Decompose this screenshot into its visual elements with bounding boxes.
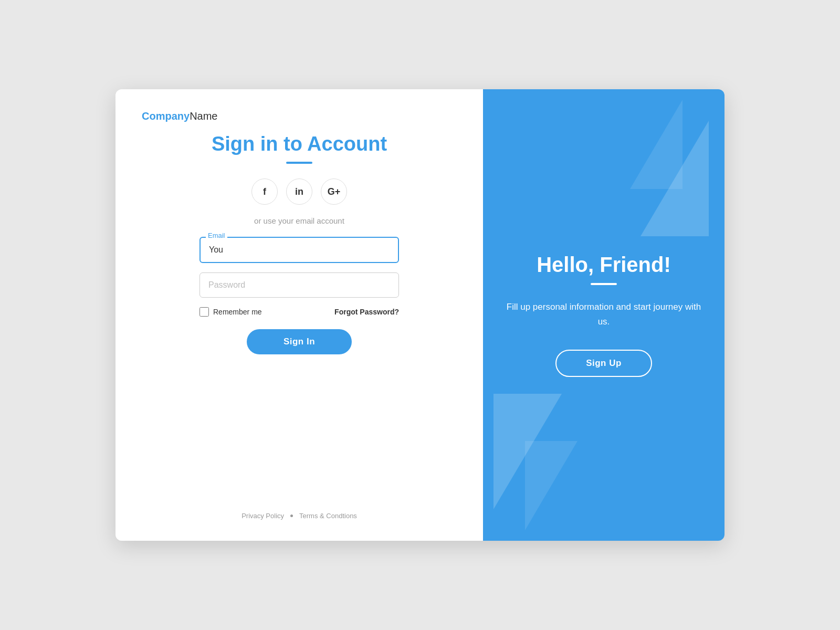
email-label: Email (206, 232, 227, 239)
triangle-top-right-2 (630, 100, 682, 189)
forgot-password-link[interactable]: Forgot Password? (334, 308, 399, 316)
facebook-button[interactable]: f (251, 178, 278, 205)
footer-links: Privacy Policy Terms & Condtions (242, 512, 357, 520)
title-underline (286, 162, 312, 164)
remember-left: Remember me (200, 307, 262, 317)
hello-title: Hello, Friend! (504, 253, 704, 277)
email-input-group: Email (200, 237, 399, 263)
right-panel: Hello, Friend! Fill up personal informat… (483, 89, 724, 541)
right-content: Hello, Friend! Fill up personal informat… (504, 253, 704, 376)
remember-checkbox[interactable] (200, 307, 209, 317)
logo-normal: Name (190, 110, 217, 122)
email-input[interactable] (200, 237, 399, 263)
password-input[interactable] (200, 272, 399, 298)
form-title: Sign in to Account (212, 133, 387, 155)
password-input-group (200, 272, 399, 298)
privacy-policy-link[interactable]: Privacy Policy (242, 512, 284, 520)
social-buttons: f in G+ (251, 178, 347, 205)
googleplus-button[interactable]: G+ (321, 178, 347, 205)
hello-body: Fill up personal information and start j… (504, 300, 704, 328)
remember-label: Remember me (213, 308, 262, 316)
or-text: or use your email account (254, 216, 344, 225)
logo-bold: Company (142, 110, 190, 122)
hello-underline (591, 283, 617, 285)
sign-up-button[interactable]: Sign Up (555, 350, 652, 377)
linkedin-button[interactable]: in (286, 178, 312, 205)
left-panel: CompanyName Sign in to Account f in G+ o… (116, 89, 483, 541)
remember-row: Remember me Forgot Password? (200, 307, 399, 317)
logo: CompanyName (142, 110, 457, 122)
triangle-bottom-left-2 (525, 441, 578, 530)
form-area: Sign in to Account f in G+ or use your e… (142, 122, 457, 520)
terms-link[interactable]: Terms & Condtions (299, 512, 357, 520)
sign-in-button[interactable]: Sign In (247, 329, 352, 354)
login-card: CompanyName Sign in to Account f in G+ o… (116, 89, 724, 541)
footer-dot (290, 514, 293, 517)
